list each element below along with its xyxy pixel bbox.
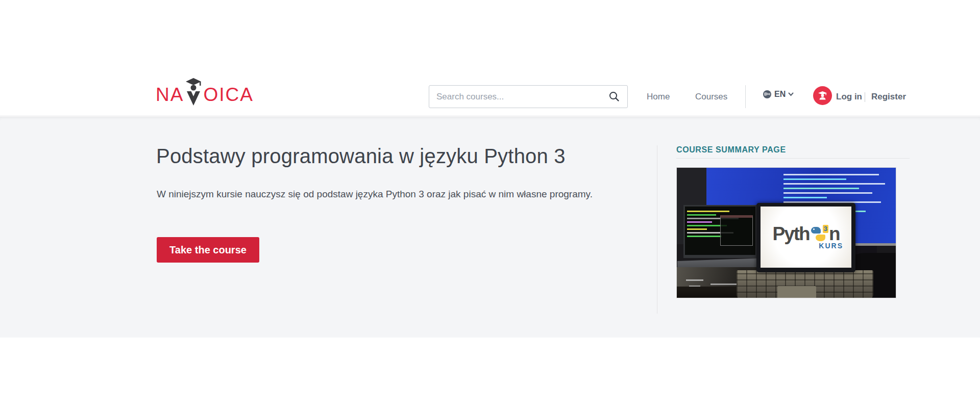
photo-trackpad [777,286,816,298]
photo-terminal-window [720,215,753,246]
graduate-v-icon [184,78,203,106]
site-header: NA OICA Home Courses [0,0,980,116]
brand-logo[interactable]: NA OICA [156,78,254,105]
search-icon[interactable] [608,89,625,104]
photo-python-screen: Pyth 3 n KURS [761,206,851,268]
python-logo: Pyth 3 n [772,224,839,243]
register-link[interactable]: Register [871,92,906,102]
search-box [429,85,628,108]
logo-text-left: NA [156,85,184,105]
photo-center-laptop: Pyth 3 n KURS [756,203,855,272]
page-title: Podstawy programowania w języku Python 3 [156,145,566,168]
nav-home[interactable]: Home [647,92,670,102]
logo-text-right: OICA [203,85,253,105]
graduate-icon [817,90,828,101]
header-divider [745,85,746,108]
python-logo-text: Pyth [772,224,809,243]
course-image: Pyth 3 n KURS [676,167,896,298]
photo-left-laptop-screen [683,205,757,258]
sidebar-heading: COURSE SUMMARY PAGE [676,145,911,154]
course-description: W niniejszym kursie nauczysz się od pods… [157,185,619,203]
language-code: EN [774,90,786,99]
course-summary-sidebar: COURSE SUMMARY PAGE [657,145,911,314]
take-course-button[interactable]: Take the course [157,237,259,263]
avatar[interactable] [813,86,832,105]
search-input[interactable] [429,85,628,108]
chevron-down-icon [788,92,794,96]
footer-whitespace [0,338,980,413]
course-hero: Podstawy programowania w języku Python 3… [0,117,980,338]
globe-icon [763,90,772,99]
language-selector[interactable]: EN [763,90,794,99]
python-snake-icon [811,227,825,241]
kurs-caption: KURS [819,242,843,250]
page: NA OICA Home Courses [0,0,980,413]
nav-courses[interactable]: Courses [695,92,727,102]
python-logo-text-end: n [829,224,840,243]
sidebar-heading-rule [676,158,910,159]
login-link[interactable]: Log in [836,92,862,102]
login-register-divider [865,92,865,102]
